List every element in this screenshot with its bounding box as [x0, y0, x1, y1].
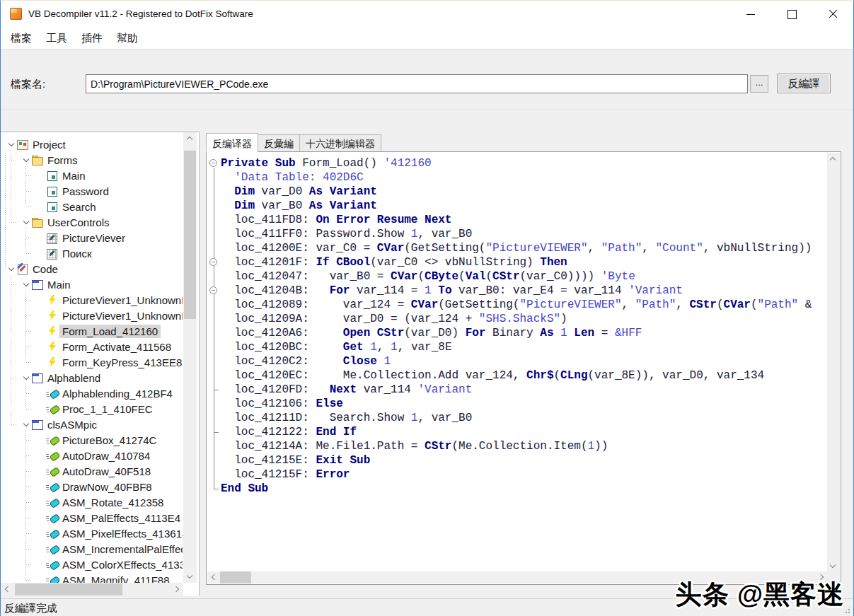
tree-item[interactable]: PictureViever1_UnknownEv	[1, 308, 183, 323]
chevron-spacer	[36, 186, 46, 196]
tree-item[interactable]: ASM_Magnify_411F88	[1, 572, 183, 583]
code-vertical-scrollbar[interactable]	[827, 153, 840, 572]
chevron-spacer	[36, 482, 46, 492]
tree-item[interactable]: Main	[1, 277, 183, 292]
fold-collapse-icon[interactable]	[209, 258, 217, 266]
code-line: loc_4120EC: Me.Collection.Add var_124, C…	[221, 368, 827, 383]
tree-item[interactable]: ASM_IncrementalPalEffect	[1, 541, 183, 557]
solution-explorer-panel: ProjectFormsMainPasswordSearchUserContro…	[1, 132, 200, 595]
usercontrol-icon	[46, 232, 59, 243]
tree-vertical-scrollbar[interactable]	[183, 132, 197, 583]
section-header: Solution explorer P-Code 解析堆疊參數 程序分析器和優化…	[1, 110, 853, 132]
chevron-expanded-icon[interactable]	[21, 373, 31, 383]
chevron-expanded-icon[interactable]	[21, 419, 31, 429]
tab[interactable]: 反编译器	[206, 133, 258, 152]
code-line: loc_411FF0: Password.Show 1, var_B0	[221, 227, 827, 241]
fold-collapse-icon[interactable]	[209, 159, 217, 167]
tree-item[interactable]: ASM_PixelEffects_413614	[1, 525, 183, 541]
tree-horizontal-scrollbar[interactable]	[1, 583, 183, 595]
menu-item[interactable]: 幫助	[110, 29, 145, 48]
tree-item[interactable]: Project	[1, 136, 183, 152]
tree-item[interactable]: Поиск	[1, 245, 183, 261]
scrollbar-thumb[interactable]	[220, 571, 251, 583]
tree-item[interactable]: Password	[1, 183, 183, 199]
method-green-icon	[46, 450, 59, 461]
tree-item[interactable]: PictureViever	[1, 230, 183, 245]
maximize-button[interactable]	[771, 1, 812, 28]
tree-item[interactable]: DrawNow_40FBF8	[1, 479, 183, 494]
tree-item[interactable]: Main	[1, 168, 183, 183]
scroll-up-icon[interactable]	[827, 153, 839, 165]
browse-button[interactable]: ...	[750, 75, 768, 93]
chevron-expanded-icon[interactable]	[21, 279, 31, 289]
tree-item[interactable]: clsASMpic	[1, 417, 183, 432]
tree-item[interactable]: ASM_ColorXEffects_41336	[1, 557, 183, 572]
decompile-button[interactable]: 反編譯	[777, 74, 831, 93]
fold-collapse-icon[interactable]	[209, 286, 217, 294]
tree-item-label: Code	[30, 262, 61, 276]
scroll-down-icon[interactable]	[827, 560, 839, 572]
chevron-expanded-icon[interactable]	[6, 264, 16, 274]
tree-item[interactable]: Proc_1_1_410FEC	[1, 401, 183, 417]
tree-item[interactable]: Code	[1, 261, 183, 277]
project-icon	[16, 139, 30, 150]
scrollbar-thumb[interactable]	[15, 583, 122, 595]
code-line: loc_41215F: Error	[221, 467, 827, 482]
fold-end-mark	[214, 390, 219, 390]
method-cyan-icon	[46, 543, 59, 554]
tree-item[interactable]: Alphablend	[1, 370, 183, 385]
chevron-spacer	[36, 404, 46, 414]
tree-item-label: Form_Activate_411568	[59, 340, 174, 354]
code-line: loc_41215E: Exit Sub	[221, 453, 827, 467]
usercontrol-icon	[46, 248, 59, 259]
menu-item[interactable]: 工具	[39, 29, 74, 48]
scroll-left-icon[interactable]	[207, 571, 219, 583]
scroll-right-icon[interactable]	[171, 583, 183, 595]
menu-item[interactable]: 檔案	[4, 29, 39, 48]
file-path-input[interactable]	[86, 74, 748, 93]
status-text: 反編譯完成	[4, 602, 57, 615]
menu-item[interactable]: 插件	[74, 29, 110, 48]
event-icon	[46, 325, 59, 337]
tree-item-label: AutoDraw_410784	[59, 449, 153, 463]
code-line: loc_4120BC: Get 1, 1, var_8E	[221, 340, 827, 354]
method-cyan-icon	[46, 574, 59, 583]
tree-item[interactable]: PictureBox_41274C	[1, 432, 183, 448]
tree-item-label: Search	[59, 200, 99, 214]
tab[interactable]: 十六进制编辑器	[300, 134, 381, 152]
tree-item[interactable]: Form_Activate_411568	[1, 339, 183, 354]
scroll-up-icon[interactable]	[184, 132, 196, 144]
close-button[interactable]	[812, 1, 853, 28]
tree-item[interactable]: Forms	[1, 152, 183, 168]
chevron-spacer	[36, 233, 46, 243]
minimize-button[interactable]	[730, 1, 771, 28]
tab[interactable]: 反彙編	[258, 134, 300, 152]
tree-item[interactable]: UserControls	[1, 214, 183, 230]
scroll-down-icon[interactable]	[184, 571, 196, 583]
tree-item[interactable]: AutoDraw_40F518	[1, 463, 183, 479]
tree-item[interactable]: PictureViever1_UnknownEv	[1, 292, 183, 308]
code-editor[interactable]: Private Sub Form_Load() '412160 'Data Ta…	[206, 151, 841, 585]
tree-item[interactable]: ASM_Rotate_412358	[1, 494, 183, 510]
method-green-icon	[46, 434, 59, 446]
tree-item[interactable]: Form_Load_412160	[1, 323, 183, 339]
chevron-expanded-icon[interactable]	[6, 139, 16, 149]
module-icon	[31, 419, 45, 430]
method-cyan-icon	[46, 559, 59, 570]
tree-item-label: Alphablending_412BF4	[59, 387, 175, 400]
code-line: loc_4120FD: Next var_114 'Variant	[221, 383, 827, 397]
tree-item-label: PictureViever	[59, 231, 128, 245]
chevron-expanded-icon[interactable]	[21, 155, 31, 165]
tree-item[interactable]: Alphablending_412BF4	[1, 385, 183, 401]
chevron-expanded-icon[interactable]	[21, 217, 31, 227]
tree-item[interactable]: Form_KeyPress_413EE8	[1, 354, 183, 370]
tree-item[interactable]: Search	[1, 199, 183, 214]
tree-item[interactable]: AutoDraw_410784	[1, 448, 183, 463]
tree-item[interactable]: ASM_PalEffects_4113E4	[1, 510, 183, 525]
scrollbar-thumb[interactable]	[184, 151, 196, 319]
tree-item-label: AutoDraw_40F518	[59, 465, 154, 478]
chevron-spacer	[36, 528, 46, 538]
code-line: loc_4120A6: Open CStr(var_D0) For Binary…	[221, 326, 827, 340]
scroll-left-icon[interactable]	[1, 583, 13, 595]
code-line: loc_412122: End If	[221, 425, 827, 439]
